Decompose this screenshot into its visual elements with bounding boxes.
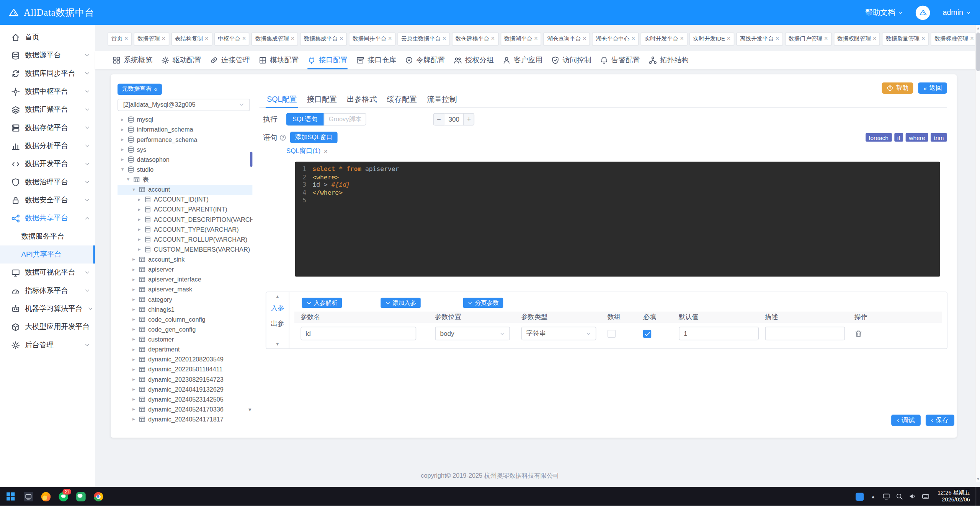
tray-keyboard-button[interactable] (920, 488, 932, 504)
workspace-tab-chip[interactable]: 数据标准管理× (931, 32, 976, 45)
sidebar-item-governance[interactable]: 数据治理平台 (0, 173, 95, 191)
sidebar-item-admin[interactable]: 后台管理 (0, 336, 95, 354)
sidebar-item-storage[interactable]: 数据存储平台 (0, 119, 95, 137)
param-position-select[interactable]: body (435, 327, 510, 340)
close-icon[interactable]: × (162, 36, 166, 42)
module-tab-connection[interactable]: 连接管理 (209, 51, 251, 69)
module-tab-client[interactable]: 客户应用 (501, 51, 544, 69)
chevron-right-icon[interactable]: ▸ (137, 227, 142, 232)
scroll-up-icon[interactable]: ▴ (276, 292, 279, 300)
chevron-right-icon[interactable]: ▸ (137, 237, 142, 242)
firefox-button[interactable] (38, 488, 54, 504)
add-param-button[interactable]: 添加入参 (381, 298, 420, 308)
chevron-right-icon[interactable]: ▸ (131, 277, 136, 282)
scrollbar-down-icon[interactable]: ▾ (976, 477, 980, 482)
workspace-tab-chip[interactable]: 数据集成管理× (252, 32, 298, 45)
workspace-tab-chip[interactable]: 数据同步平台× (349, 32, 395, 45)
chevron-right-icon[interactable]: ▸ (131, 287, 136, 292)
workspace-tab-chip[interactable]: 离线开发平台× (736, 32, 783, 45)
close-icon[interactable]: × (776, 36, 779, 42)
help-button[interactable]: 帮助 (882, 83, 913, 94)
metadata-toggle-button[interactable]: 元数据查看 « (118, 83, 162, 94)
tree-node[interactable]: ▸account_sink (118, 254, 253, 264)
module-tab-access[interactable]: 访问控制 (550, 51, 593, 69)
sidebar-item-ml[interactable]: 机器学习算法平台 (0, 300, 95, 318)
tree-node[interactable]: ▸dynamic_20240524171817 (118, 414, 253, 424)
tree-node[interactable]: ▸information_schema (118, 125, 253, 135)
sidebar-item-sharing[interactable]: 数据共享平台 (0, 209, 95, 227)
chevron-right-icon[interactable]: ▸ (131, 417, 136, 422)
chevron-right-icon[interactable]: ▸ (131, 357, 136, 362)
tree-node[interactable]: ▸code_gen_config (118, 324, 253, 334)
tree-node[interactable]: ▸department (118, 344, 253, 354)
workspace-tab-chip[interactable]: 湖仓查询平台× (543, 32, 590, 45)
close-icon[interactable]: × (443, 36, 446, 42)
tree-node[interactable]: ▸CUSTOM_MEMBERS(VARCHAR) (118, 244, 253, 254)
module-tab-driver[interactable]: 驱动配置 (160, 51, 203, 69)
close-icon[interactable]: × (970, 36, 974, 42)
workspace-tab-chip[interactable]: 数据集成平台× (300, 32, 347, 45)
tree-node[interactable]: ▸apiserver_interface (118, 275, 253, 285)
tree-node[interactable]: ▸ACCOUNT_TYPE(VARCHAR) (118, 225, 253, 234)
parse-params-button[interactable]: 入参解析 (302, 298, 342, 308)
sidebar-item-metrics[interactable]: 指标体系平台 (0, 281, 95, 299)
workspace-tab-chip[interactable]: 实时开发平台× (641, 32, 688, 45)
close-icon[interactable]: × (680, 36, 684, 42)
workspace-tab-chip[interactable]: 云原生数据平台× (397, 32, 450, 45)
workspace-tab-chip[interactable]: 首页× (108, 32, 132, 45)
chevron-right-icon[interactable]: ▸ (131, 407, 136, 412)
tree-scroll-down-icon[interactable]: ▾ (248, 407, 251, 413)
chevron-right-icon[interactable]: ▸ (120, 127, 125, 132)
tree-node[interactable]: ▾account (118, 184, 253, 194)
tree-node[interactable]: ▸apiserver_mask (118, 285, 253, 294)
tree-node[interactable]: ▸dynamic_20240523142505 (118, 394, 253, 404)
delete-row-icon[interactable] (854, 329, 862, 337)
tree-node[interactable]: ▸code_column_config (118, 314, 253, 324)
scrollbar-thumb[interactable] (976, 33, 980, 71)
tree-node[interactable]: ▸ACCOUNT_ID(INT) (118, 195, 253, 205)
chevron-right-icon[interactable]: ▸ (120, 117, 125, 122)
chevron-right-icon[interactable]: ▸ (137, 207, 142, 212)
tree-node[interactable]: ▸ACCOUNT_ROLLUP(VARCHAR) (118, 234, 253, 244)
module-tab-group[interactable]: 授权分组 (452, 51, 495, 69)
tree-node[interactable]: ▸dynamic_20201208203549 (118, 355, 253, 364)
workspace-tab-chip[interactable]: 数仓建模平台× (452, 32, 498, 45)
module-tab-repo[interactable]: 接口仓库 (355, 51, 397, 69)
close-icon[interactable]: × (491, 36, 495, 42)
start-button[interactable] (3, 488, 19, 504)
sidebar-item-analysis[interactable]: 数据分析平台 (0, 137, 95, 155)
close-icon[interactable]: × (631, 36, 635, 42)
help-doc-menu[interactable]: 帮助文档 (865, 7, 903, 18)
page-scrollbar[interactable]: ▴ ▾ (975, 25, 980, 482)
sql-window-tab[interactable]: SQL窗口(1) × (286, 147, 328, 156)
snippet-tag-foreach[interactable]: foreach (866, 133, 892, 142)
tree-node[interactable]: ▸ACCOUNT_DESCRIPTION(VARCHAR) (118, 215, 253, 225)
avatar[interactable] (916, 5, 930, 20)
chevron-right-icon[interactable]: ▸ (131, 297, 136, 302)
tree-node[interactable]: ▸dynamic_20220501184411 (118, 364, 253, 374)
back-button[interactable]: « 返回 (918, 83, 947, 94)
workspace-tab-chip[interactable]: 表结构复制× (171, 32, 212, 45)
sidebar-item-db-sync[interactable]: 数据库同步平台 (0, 64, 95, 82)
close-icon[interactable]: × (824, 36, 828, 42)
scrollbar-up-icon[interactable]: ▴ (976, 26, 980, 31)
config-tab-4[interactable]: 流量控制 (426, 94, 458, 107)
tray-display-button[interactable] (880, 488, 893, 504)
sidebar-subitem-api-sharing[interactable]: API共享平台 (0, 246, 95, 264)
chevron-right-icon[interactable]: ▸ (120, 137, 125, 142)
tree-node[interactable]: ▸dynamic_20230829154723 (118, 374, 253, 384)
workspace-tab-chip[interactable]: 数据湖平台× (500, 32, 541, 45)
tree-node[interactable]: ▸datasophon (118, 155, 253, 164)
close-icon[interactable]: × (727, 36, 731, 42)
module-tab-token[interactable]: 令牌配置 (404, 51, 446, 69)
tray-app-button[interactable] (854, 488, 866, 504)
tree-node[interactable]: ▸sys (118, 145, 253, 155)
workspace-tab-chip[interactable]: 中枢平台× (214, 32, 250, 45)
config-tab-2[interactable]: 出参格式 (346, 94, 378, 107)
tray-search-button[interactable] (893, 488, 906, 504)
module-tab-api[interactable]: 接口配置 (306, 51, 349, 69)
sidebar-item-visualization[interactable]: 数据可视化平台 (0, 264, 95, 281)
chevron-right-icon[interactable]: ▸ (131, 367, 136, 372)
tree-node[interactable]: ▸customer (118, 334, 253, 344)
chevron-right-icon[interactable]: ▸ (131, 347, 136, 352)
